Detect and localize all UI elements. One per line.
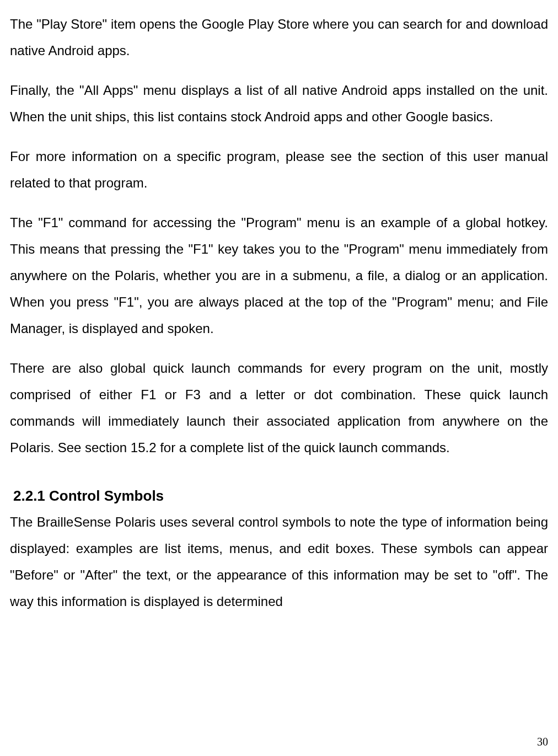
- page-number: 30: [537, 736, 548, 748]
- body-paragraph: The "Play Store" item opens the Google P…: [10, 11, 548, 64]
- body-paragraph: The BrailleSense Polaris uses several co…: [10, 509, 548, 615]
- body-paragraph: Finally, the "All Apps" menu displays a …: [10, 77, 548, 130]
- body-paragraph: For more information on a specific progr…: [10, 143, 548, 196]
- section-heading: 2.2.1 Control Symbols: [10, 487, 548, 505]
- body-paragraph: There are also global quick launch comma…: [10, 355, 548, 461]
- body-paragraph: The "F1" command for accessing the "Prog…: [10, 210, 548, 342]
